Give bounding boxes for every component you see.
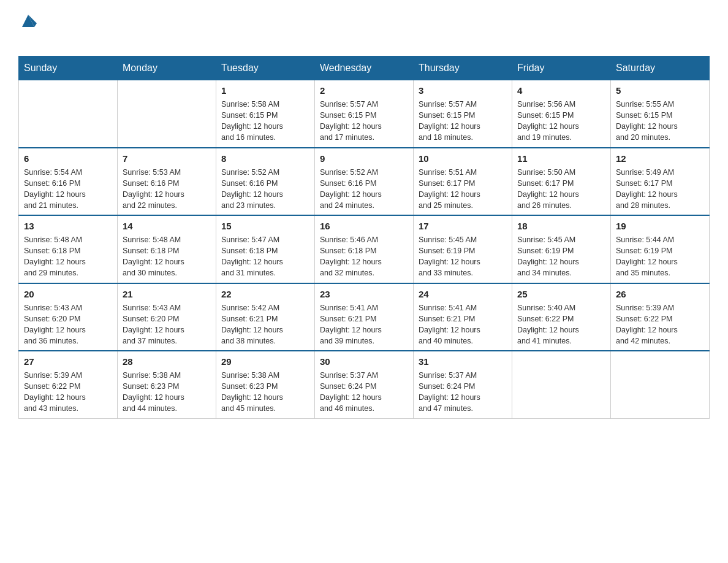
day-info: Sunrise: 5:46 AM Sunset: 6:18 PM Dayligh… [320, 234, 408, 279]
day-number: 24 [419, 288, 507, 301]
day-number: 14 [123, 220, 211, 232]
day-info: Sunrise: 5:47 AM Sunset: 6:18 PM Dayligh… [221, 234, 309, 279]
day-number: 12 [616, 152, 704, 165]
day-info: Sunrise: 5:43 AM Sunset: 6:20 PM Dayligh… [24, 302, 112, 347]
day-number: 25 [517, 288, 605, 301]
calendar-cell: 16Sunrise: 5:46 AM Sunset: 6:18 PM Dayli… [315, 215, 414, 283]
page-header [18, 12, 710, 50]
day-info: Sunrise: 5:44 AM Sunset: 6:19 PM Dayligh… [616, 234, 704, 279]
day-info: Sunrise: 5:53 AM Sunset: 6:16 PM Dayligh… [123, 167, 211, 212]
calendar-table: SundayMondayTuesdayWednesdayThursdayFrid… [18, 56, 710, 419]
day-info: Sunrise: 5:55 AM Sunset: 6:15 PM Dayligh… [616, 99, 704, 144]
day-info: Sunrise: 5:45 AM Sunset: 6:19 PM Dayligh… [517, 234, 605, 279]
calendar-cell: 12Sunrise: 5:49 AM Sunset: 6:17 PM Dayli… [611, 148, 710, 216]
calendar-cell: 18Sunrise: 5:45 AM Sunset: 6:19 PM Dayli… [512, 215, 611, 283]
calendar-cell: 30Sunrise: 5:37 AM Sunset: 6:24 PM Dayli… [315, 351, 414, 418]
calendar-cell: 23Sunrise: 5:41 AM Sunset: 6:21 PM Dayli… [315, 283, 414, 351]
day-info: Sunrise: 5:38 AM Sunset: 6:23 PM Dayligh… [123, 370, 211, 415]
calendar-cell: 31Sunrise: 5:37 AM Sunset: 6:24 PM Dayli… [414, 351, 512, 418]
calendar-cell [512, 351, 611, 418]
week-row-5: 27Sunrise: 5:39 AM Sunset: 6:22 PM Dayli… [19, 351, 710, 418]
day-number: 9 [320, 152, 408, 165]
calendar-cell: 2Sunrise: 5:57 AM Sunset: 6:15 PM Daylig… [315, 80, 414, 148]
header-sunday: Sunday [19, 56, 118, 80]
day-number: 7 [123, 152, 211, 165]
calendar-cell: 28Sunrise: 5:38 AM Sunset: 6:23 PM Dayli… [118, 351, 216, 418]
calendar-cell: 9Sunrise: 5:52 AM Sunset: 6:16 PM Daylig… [315, 148, 414, 216]
day-info: Sunrise: 5:48 AM Sunset: 6:18 PM Dayligh… [123, 234, 211, 279]
calendar-cell [611, 351, 710, 418]
day-number: 27 [24, 355, 112, 368]
day-info: Sunrise: 5:57 AM Sunset: 6:15 PM Dayligh… [419, 99, 507, 144]
header-monday: Monday [118, 56, 216, 80]
week-row-1: 1Sunrise: 5:58 AM Sunset: 6:15 PM Daylig… [19, 80, 710, 148]
calendar-cell: 11Sunrise: 5:50 AM Sunset: 6:17 PM Dayli… [512, 148, 611, 216]
calendar-cell: 24Sunrise: 5:41 AM Sunset: 6:21 PM Dayli… [414, 283, 512, 351]
day-info: Sunrise: 5:42 AM Sunset: 6:21 PM Dayligh… [221, 302, 309, 347]
calendar-cell: 5Sunrise: 5:55 AM Sunset: 6:15 PM Daylig… [611, 80, 710, 148]
header-tuesday: Tuesday [216, 56, 315, 80]
calendar-cell: 10Sunrise: 5:51 AM Sunset: 6:17 PM Dayli… [414, 148, 512, 216]
calendar-cell: 17Sunrise: 5:45 AM Sunset: 6:19 PM Dayli… [414, 215, 512, 283]
day-number: 28 [123, 355, 211, 368]
header-thursday: Thursday [414, 56, 512, 80]
day-info: Sunrise: 5:39 AM Sunset: 6:22 PM Dayligh… [616, 302, 704, 347]
day-info: Sunrise: 5:37 AM Sunset: 6:24 PM Dayligh… [320, 370, 408, 415]
day-info: Sunrise: 5:58 AM Sunset: 6:15 PM Dayligh… [221, 99, 309, 144]
day-number: 21 [123, 288, 211, 301]
day-number: 17 [419, 220, 507, 232]
calendar-cell: 8Sunrise: 5:52 AM Sunset: 6:16 PM Daylig… [216, 148, 315, 216]
calendar-cell: 25Sunrise: 5:40 AM Sunset: 6:22 PM Dayli… [512, 283, 611, 351]
day-number: 29 [221, 355, 309, 368]
day-info: Sunrise: 5:41 AM Sunset: 6:21 PM Dayligh… [320, 302, 408, 347]
calendar-cell: 7Sunrise: 5:53 AM Sunset: 6:16 PM Daylig… [118, 148, 216, 216]
day-info: Sunrise: 5:57 AM Sunset: 6:15 PM Dayligh… [320, 99, 408, 144]
calendar-cell [19, 80, 118, 148]
day-info: Sunrise: 5:56 AM Sunset: 6:15 PM Dayligh… [517, 99, 605, 144]
logo [18, 12, 37, 50]
day-number: 23 [320, 288, 408, 301]
day-number: 18 [517, 220, 605, 232]
calendar-cell: 21Sunrise: 5:43 AM Sunset: 6:20 PM Dayli… [118, 283, 216, 351]
week-row-4: 20Sunrise: 5:43 AM Sunset: 6:20 PM Dayli… [19, 283, 710, 351]
calendar-cell: 6Sunrise: 5:54 AM Sunset: 6:16 PM Daylig… [19, 148, 118, 216]
day-info: Sunrise: 5:48 AM Sunset: 6:18 PM Dayligh… [24, 234, 112, 279]
calendar-cell [118, 80, 216, 148]
header-wednesday: Wednesday [315, 56, 414, 80]
day-number: 16 [320, 220, 408, 232]
day-info: Sunrise: 5:52 AM Sunset: 6:16 PM Dayligh… [320, 167, 408, 212]
day-info: Sunrise: 5:49 AM Sunset: 6:17 PM Dayligh… [616, 167, 704, 212]
calendar-cell: 15Sunrise: 5:47 AM Sunset: 6:18 PM Dayli… [216, 215, 315, 283]
day-number: 11 [517, 152, 605, 165]
day-info: Sunrise: 5:52 AM Sunset: 6:16 PM Dayligh… [221, 167, 309, 212]
day-number: 26 [616, 288, 704, 301]
day-number: 13 [24, 220, 112, 232]
header-saturday: Saturday [611, 56, 710, 80]
day-number: 20 [24, 288, 112, 301]
day-number: 30 [320, 355, 408, 368]
day-info: Sunrise: 5:43 AM Sunset: 6:20 PM Dayligh… [123, 302, 211, 347]
calendar-cell: 29Sunrise: 5:38 AM Sunset: 6:23 PM Dayli… [216, 351, 315, 418]
day-number: 5 [616, 84, 704, 97]
day-info: Sunrise: 5:40 AM Sunset: 6:22 PM Dayligh… [517, 302, 605, 347]
calendar-cell: 13Sunrise: 5:48 AM Sunset: 6:18 PM Dayli… [19, 215, 118, 283]
day-info: Sunrise: 5:51 AM Sunset: 6:17 PM Dayligh… [419, 167, 507, 212]
week-row-2: 6Sunrise: 5:54 AM Sunset: 6:16 PM Daylig… [19, 148, 710, 216]
day-number: 8 [221, 152, 309, 165]
day-number: 4 [517, 84, 605, 97]
day-info: Sunrise: 5:50 AM Sunset: 6:17 PM Dayligh… [517, 167, 605, 212]
day-number: 22 [221, 288, 309, 301]
day-number: 15 [221, 220, 309, 232]
calendar-cell: 3Sunrise: 5:57 AM Sunset: 6:15 PM Daylig… [414, 80, 512, 148]
day-number: 6 [24, 152, 112, 165]
calendar-header-row: SundayMondayTuesdayWednesdayThursdayFrid… [19, 56, 710, 80]
calendar-cell: 1Sunrise: 5:58 AM Sunset: 6:15 PM Daylig… [216, 80, 315, 148]
day-number: 1 [221, 84, 309, 97]
day-info: Sunrise: 5:45 AM Sunset: 6:19 PM Dayligh… [419, 234, 507, 279]
day-info: Sunrise: 5:37 AM Sunset: 6:24 PM Dayligh… [419, 370, 507, 415]
calendar-cell: 19Sunrise: 5:44 AM Sunset: 6:19 PM Dayli… [611, 215, 710, 283]
calendar-cell: 26Sunrise: 5:39 AM Sunset: 6:22 PM Dayli… [611, 283, 710, 351]
day-number: 31 [419, 355, 507, 368]
logo-triangle-icon [20, 12, 37, 28]
day-number: 2 [320, 84, 408, 97]
